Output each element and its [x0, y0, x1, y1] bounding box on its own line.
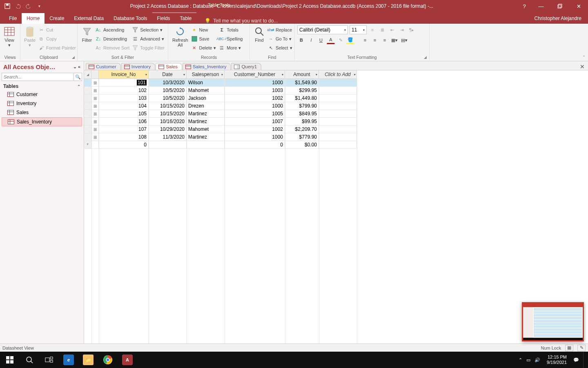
copy-button[interactable]: ⧉Copy	[37, 34, 77, 43]
nav-item-inventory[interactable]: Inventory	[2, 99, 82, 108]
cell-customer-number[interactable]: 1000	[225, 102, 285, 110]
row-selector[interactable]	[84, 87, 91, 94]
cell-date[interactable]	[149, 141, 187, 149]
nav-dropdown-icon[interactable]: ⌄	[73, 64, 77, 70]
cell-date[interactable]: 10/5/2020	[149, 87, 187, 94]
italic-button[interactable]: I	[307, 36, 315, 44]
row-selector[interactable]	[84, 118, 91, 126]
select-button[interactable]: ↖Select ▾	[266, 43, 294, 52]
cell-customer-number[interactable]: 0	[225, 141, 285, 149]
row-selector[interactable]	[84, 79, 91, 87]
qat-customize-icon[interactable]: ▾	[34, 1, 44, 11]
cell-empty[interactable]	[319, 87, 357, 94]
nav-item-sales-inventory[interactable]: Sales_Inventory	[2, 117, 82, 126]
row-selector[interactable]	[84, 133, 91, 141]
expand-row-button[interactable]: ⊞	[91, 110, 99, 118]
taskbar-clock[interactable]: 12:15 PM 9/19/2021	[544, 355, 569, 365]
cut-button[interactable]: ✂Cut	[37, 25, 77, 34]
cell-empty[interactable]	[319, 110, 357, 118]
cell-empty[interactable]	[319, 118, 357, 126]
nav-group-tables[interactable]: Tables⌃	[0, 82, 84, 90]
font-color-button[interactable]: A	[327, 36, 335, 44]
cell-invoice-no[interactable]: 0	[99, 141, 149, 149]
tray-volume-icon[interactable]: 🔊	[535, 357, 540, 363]
taskbar-access[interactable]: A	[118, 352, 137, 368]
minimize-button[interactable]: ―	[532, 0, 550, 12]
expand-row-button[interactable]: ⊞	[91, 102, 99, 110]
tab-external-data[interactable]: External Data	[69, 13, 109, 24]
increase-indent-button[interactable]: ⇥	[398, 26, 406, 34]
find-button[interactable]: Find	[252, 25, 266, 43]
decrease-indent-button[interactable]: ⇤	[388, 26, 396, 34]
cell-customer-number[interactable]: 1002	[225, 126, 285, 133]
text-direction-button[interactable]: ¶▸	[408, 26, 416, 34]
cell-empty[interactable]	[319, 102, 357, 110]
highlight-button[interactable]: ✎	[336, 36, 345, 44]
cell-invoice-no[interactable]: 108	[99, 133, 149, 141]
format-painter-button[interactable]: 🖌Format Painter	[37, 43, 77, 52]
expand-row-button[interactable]: ⊞	[91, 126, 99, 133]
close-tab-button[interactable]: ✕	[577, 63, 588, 70]
help-button[interactable]: ?	[517, 0, 532, 12]
delete-button[interactable]: ✕Delete ▾	[190, 43, 218, 52]
cell-date[interactable]: 10/16/2020	[149, 118, 187, 126]
task-view-button[interactable]	[39, 352, 59, 368]
cell-date[interactable]: 10/15/2020	[149, 110, 187, 118]
save-record-button[interactable]: Save	[190, 34, 218, 43]
cell-salesperson[interactable]: Mahomet	[187, 126, 225, 133]
remove-sort-button[interactable]: A↕Remove Sort	[94, 43, 131, 52]
alt-row-color-button[interactable]: ▤▾	[400, 36, 408, 44]
maximize-button[interactable]	[550, 0, 569, 12]
align-left-button[interactable]: ≡	[361, 36, 369, 44]
align-right-button[interactable]: ≡	[381, 36, 389, 44]
spelling-button[interactable]: ABC✓Spelling	[217, 34, 244, 43]
cell-invoice-no[interactable]: 106	[99, 118, 149, 126]
taskbar-chrome[interactable]	[98, 352, 118, 368]
cell-customer-number[interactable]: 1000	[225, 133, 285, 141]
show-desktop-button[interactable]	[583, 352, 586, 368]
cell-invoice-no[interactable]: 105	[99, 110, 149, 118]
expand-row-button[interactable]: ⊞	[91, 118, 99, 126]
cell-date[interactable]: 11/3/2020	[149, 133, 187, 141]
paste-button[interactable]: Paste▾	[23, 25, 37, 48]
cell-amount[interactable]: $849.95	[285, 110, 319, 118]
cell-customer-number[interactable]: 1005	[225, 110, 285, 118]
row-selector[interactable]	[84, 94, 91, 102]
cell-invoice-no[interactable]: 104	[99, 102, 149, 110]
start-button[interactable]	[0, 352, 20, 368]
cell-customer-number[interactable]: 1003	[225, 87, 285, 94]
save-icon[interactable]	[2, 1, 12, 11]
undo-button[interactable]	[13, 1, 23, 11]
cell-invoice-no[interactable]: 103	[99, 94, 149, 102]
search-button[interactable]	[20, 352, 39, 368]
cell-date[interactable]: 10/29/2020	[149, 126, 187, 133]
fill-color-button[interactable]: 🪣	[346, 36, 354, 44]
clipboard-dialog-launcher[interactable]: ◢	[72, 55, 75, 59]
row-selector[interactable]	[84, 102, 91, 110]
action-center-button[interactable]: 💬	[573, 357, 579, 363]
view-button[interactable]: View▾	[2, 25, 16, 48]
cell-salesperson[interactable]: Jackson	[187, 94, 225, 102]
nav-item-sales[interactable]: Sales	[2, 108, 82, 117]
expand-row-button[interactable]: ⊞	[91, 94, 99, 102]
numbering-button[interactable]: ≣	[378, 26, 386, 34]
datasheet-view-button[interactable]: ▦	[565, 345, 573, 351]
cell-salesperson[interactable]	[187, 141, 225, 149]
design-view-button[interactable]: ✎	[577, 345, 586, 351]
cell-salesperson[interactable]: Martinez	[187, 110, 225, 118]
tab-database-tools[interactable]: Database Tools	[109, 13, 152, 24]
cell-amount[interactable]: $779.90	[285, 133, 319, 141]
tell-me-search[interactable]: 💡 Tell me what you want to do...	[196, 18, 528, 24]
cell-salesperson[interactable]: Drezen	[187, 102, 225, 110]
row-selector[interactable]	[84, 126, 91, 133]
objtab-sales[interactable]: Sales	[156, 63, 182, 70]
col-date[interactable]: Date▾	[149, 70, 187, 79]
nav-search-input[interactable]	[2, 73, 74, 81]
cell-amount[interactable]: $799.90	[285, 102, 319, 110]
underline-button[interactable]: U	[317, 36, 325, 44]
objtab-sales-inventory[interactable]: Sales_Inventory	[183, 63, 231, 70]
textfmt-dialog-launcher[interactable]: ◢	[424, 55, 427, 59]
cell-amount[interactable]: $2,209.70	[285, 126, 319, 133]
gridlines-button[interactable]: ▦▾	[390, 36, 399, 44]
bullets-button[interactable]: ≡	[368, 26, 376, 34]
